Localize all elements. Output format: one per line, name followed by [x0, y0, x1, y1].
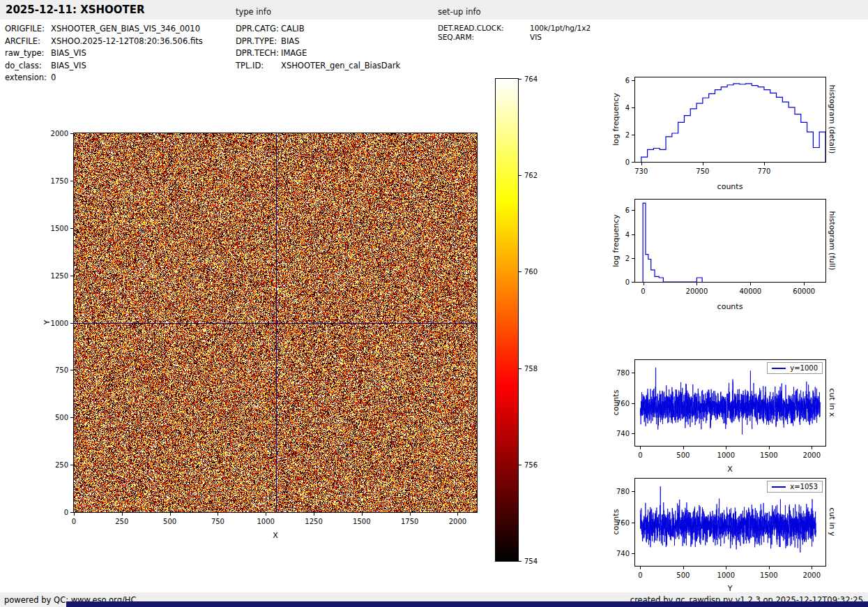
meta-label: ARCFILE:	[5, 36, 51, 48]
y-tick-label: 764	[524, 75, 538, 83]
legend-line-swatch	[772, 368, 786, 369]
x-tick-label: 250	[115, 518, 128, 525]
x-tick-mark	[410, 513, 411, 516]
x-tick-mark	[769, 567, 770, 569]
cut-x-ylabel: counts	[611, 390, 620, 416]
x-tick-mark	[362, 513, 363, 516]
x-tick-mark	[640, 447, 641, 449]
y-tick-label: 750	[55, 366, 68, 374]
meta-row: raw_type:BIAS_VIS	[5, 47, 203, 60]
meta-row: do_class:BIAS_VIS	[5, 60, 203, 73]
x-tick-mark	[641, 163, 642, 165]
cut-in-x-plot: y=1000 0500100015002000740760780	[634, 359, 826, 447]
x-tick-mark	[683, 567, 684, 569]
cut-y-ylabel: counts	[611, 509, 620, 535]
y-tick-mark	[632, 258, 634, 259]
y-tick-label: 1000	[51, 319, 68, 327]
x-tick-mark	[170, 513, 171, 516]
meta-label: DET.READ.CLOCK:	[438, 24, 530, 33]
y-tick-mark	[632, 491, 634, 492]
meta-value: IMAGE	[281, 48, 307, 58]
meta-label: DPR.TECH:	[236, 47, 281, 60]
x-tick-label: 1000	[717, 571, 735, 579]
x-tick-mark	[644, 283, 644, 285]
x-tick-label: 500	[676, 571, 690, 579]
y-tick-label: 740	[616, 430, 630, 437]
y-tick-label: 754	[524, 557, 538, 565]
x-tick-label: 500	[163, 518, 176, 525]
y-tick-mark	[70, 181, 73, 181]
meta-value: BIAS	[281, 36, 299, 46]
y-tick-mark	[519, 175, 521, 176]
meta-row: TPL.ID:XSHOOTER_gen_cal_BiasDark	[236, 60, 400, 73]
y-tick-mark	[632, 403, 634, 404]
meta-label: extension:	[5, 72, 51, 84]
x-tick-label: 750	[696, 167, 709, 175]
type-info-heading: type info	[236, 7, 271, 17]
x-tick-label: 500	[676, 451, 690, 459]
cut-x-side-label: cut in x	[828, 389, 837, 417]
histogram-full-canvas	[635, 200, 825, 282]
meta-row: DPR.CATG:CALIB	[236, 23, 400, 36]
y-tick-label: 740	[616, 550, 630, 557]
x-tick-label: 0	[641, 287, 645, 295]
legend-label: y=1000	[790, 364, 818, 372]
x-tick-mark	[683, 447, 684, 449]
y-tick-mark	[632, 234, 634, 235]
meta-label: DPR.CATG:	[236, 23, 281, 36]
meta-value: BIAS_VIS	[51, 48, 86, 58]
cut-y-xlabel: Y	[728, 584, 733, 593]
x-tick-label: 0	[72, 518, 76, 525]
x-tick-label: 2000	[449, 518, 466, 525]
cut-x-legend: y=1000	[767, 362, 823, 374]
y-tick-mark	[70, 512, 73, 513]
x-tick-label: 730	[634, 167, 648, 175]
histogram-detail-xlabel: counts	[717, 182, 743, 191]
x-tick-mark	[750, 283, 751, 285]
histogram-detail-canvas	[635, 77, 825, 162]
histogram-full-xlabel: counts	[717, 302, 743, 311]
y-tick-mark	[70, 417, 73, 418]
y-tick-mark	[632, 162, 634, 163]
y-tick-mark	[632, 80, 634, 81]
x-tick-label: 0	[638, 451, 642, 459]
y-tick-label: 4	[625, 230, 630, 238]
x-tick-mark	[726, 447, 726, 449]
y-tick-label: 2	[625, 130, 630, 138]
cut-y-side-label: cut in y	[828, 508, 837, 537]
y-tick-label: 758	[524, 364, 538, 372]
x-tick-label: 1500	[760, 571, 777, 579]
x-tick-mark	[122, 513, 123, 516]
x-tick-mark	[812, 447, 812, 449]
histogram-full-side-label: histogram (full)	[828, 211, 837, 271]
y-tick-label: 500	[55, 414, 68, 421]
x-tick-label: 2000	[803, 571, 821, 579]
y-tick-label: 1250	[51, 271, 68, 279]
setup-info-block: DET.READ.CLOCK:100k/1pt/hg/1x2 SEQ.ARM:V…	[438, 24, 591, 41]
meta-value: XSHOOTER_GEN_BIAS_VIS_346_0010	[51, 24, 200, 33]
x-tick-mark	[812, 567, 812, 569]
y-tick-label: 4	[625, 103, 630, 111]
y-tick-mark	[70, 465, 73, 465]
y-tick-label: 0	[64, 509, 68, 516]
y-tick-mark	[519, 465, 521, 465]
meta-row: DET.READ.CLOCK:100k/1pt/hg/1x2	[438, 24, 591, 33]
y-tick-mark	[519, 79, 521, 80]
y-tick-label: 0	[625, 158, 630, 166]
meta-row: extension:0	[5, 72, 203, 84]
x-tick-label: 1000	[717, 451, 735, 459]
legend-line-swatch	[772, 486, 786, 488]
meta-label: ORIGFILE:	[5, 23, 51, 36]
y-tick-mark	[70, 133, 73, 134]
meta-row: DPR.TECH:IMAGE	[236, 47, 400, 60]
x-tick-mark	[804, 283, 805, 285]
y-tick-label: 1500	[51, 224, 68, 232]
meta-value: 0	[51, 73, 56, 82]
x-tick-mark	[703, 163, 703, 165]
x-tick-mark	[764, 163, 765, 165]
y-tick-label: 6	[625, 207, 630, 214]
bias-image-plot: 0250500750100012501500175020000250500750…	[73, 133, 478, 513]
meta-value: XSHOO.2025-12-12T08:20:36.506.fits	[51, 36, 203, 46]
footer-accent-bar	[66, 601, 868, 607]
x-tick-label: 1750	[401, 518, 418, 525]
